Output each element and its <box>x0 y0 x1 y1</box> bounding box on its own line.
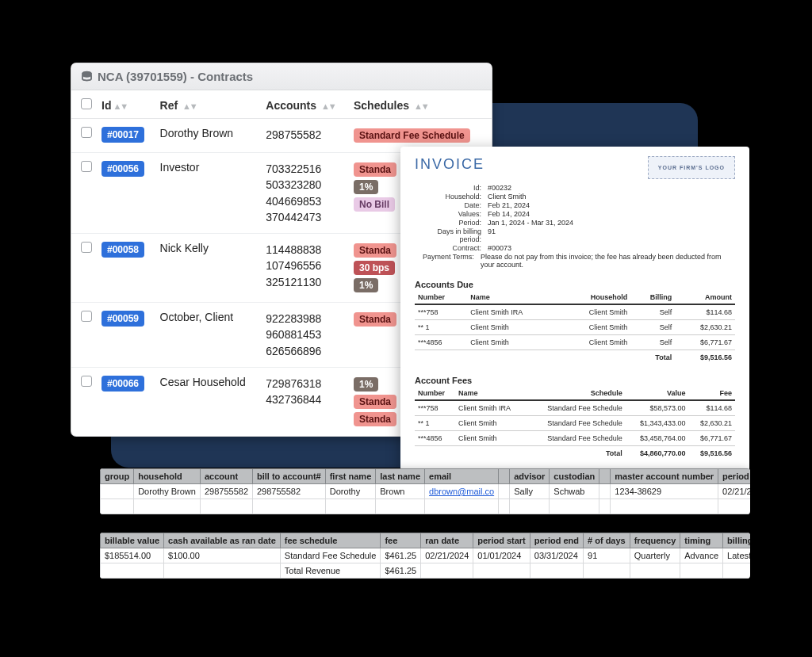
schedule-tag[interactable]: 1% <box>354 180 378 194</box>
cell[interactable]: 02/21/2024 <box>718 484 750 499</box>
cell[interactable]: Advance <box>680 548 723 563</box>
cell[interactable] <box>718 499 750 514</box>
column-header[interactable]: period value date <box>718 469 750 484</box>
cell[interactable] <box>101 563 164 579</box>
column-header[interactable]: cash available as ran date <box>164 533 281 548</box>
cell[interactable] <box>530 563 583 579</box>
cell[interactable]: 298755582 <box>253 484 326 499</box>
cell[interactable]: $461.25 <box>381 548 421 563</box>
cell[interactable]: 1234-38629 <box>611 484 718 499</box>
cell[interactable] <box>253 499 326 514</box>
column-header[interactable]: email <box>425 469 499 484</box>
table-row[interactable] <box>101 499 751 514</box>
id-cell[interactable]: #00058 <box>97 234 155 303</box>
cell[interactable]: Quarterly <box>630 548 680 563</box>
table-row[interactable]: Total Revenue$461.25 <box>101 563 751 579</box>
column-header[interactable]: group <box>101 469 134 484</box>
cell[interactable] <box>550 499 599 514</box>
cell[interactable] <box>164 563 281 579</box>
cell[interactable]: 298755582 <box>200 484 252 499</box>
cell[interactable] <box>134 499 201 514</box>
cell[interactable]: Brown <box>376 484 425 499</box>
cell[interactable] <box>200 499 252 514</box>
cell[interactable] <box>680 563 723 579</box>
column-header[interactable]: bill to account# <box>253 469 326 484</box>
cell[interactable]: Standard Fee Schedule <box>280 548 381 563</box>
schedule-tag[interactable]: Standa <box>354 162 396 177</box>
cell[interactable] <box>425 499 499 514</box>
cell[interactable]: dbrown@mail.co <box>425 484 499 499</box>
column-header[interactable]: fee <box>381 533 421 548</box>
cell[interactable] <box>421 563 473 579</box>
schedule-tag[interactable]: Standa <box>354 395 396 409</box>
column-header[interactable]: household <box>134 469 201 484</box>
cell[interactable]: Dorothy Brown <box>134 484 201 499</box>
column-header[interactable] <box>499 469 510 484</box>
cell[interactable]: Latest <box>723 548 750 563</box>
row-checkbox[interactable] <box>71 119 97 153</box>
cell[interactable] <box>499 484 510 499</box>
cell[interactable]: 91 <box>584 548 630 563</box>
cell[interactable]: Dorothy <box>325 484 376 499</box>
id-cell[interactable]: #00059 <box>97 303 155 368</box>
table-row[interactable]: $185514.00$100.00Standard Fee Schedule$4… <box>101 548 751 563</box>
schedule-tag[interactable]: 30 bps <box>354 261 395 275</box>
col-ref[interactable]: Ref ▲▼ <box>155 90 262 119</box>
column-header[interactable]: last name <box>376 469 425 484</box>
column-header[interactable]: master account number <box>611 469 718 484</box>
cell[interactable] <box>599 484 611 499</box>
cell[interactable] <box>101 484 134 499</box>
cell[interactable] <box>584 563 630 579</box>
col-schedules[interactable]: Schedules ▲▼ <box>349 90 492 119</box>
cell[interactable]: 03/31/2024 <box>530 548 583 563</box>
column-header[interactable]: # of days <box>584 533 630 548</box>
cell[interactable]: Schwab <box>550 484 599 499</box>
cell[interactable]: 02/21/2024 <box>421 548 473 563</box>
col-id[interactable]: Id▲▼ <box>97 90 155 119</box>
column-header[interactable]: advisor <box>510 469 550 484</box>
cell[interactable] <box>723 563 750 579</box>
column-header[interactable]: period end <box>530 533 583 548</box>
column-header[interactable]: billable value <box>101 533 164 548</box>
select-all-col[interactable] <box>71 90 97 119</box>
cell[interactable] <box>101 499 134 514</box>
column-header[interactable]: account <box>200 469 252 484</box>
schedule-tag[interactable]: Standa <box>354 243 396 258</box>
col-accounts[interactable]: Accounts ▲▼ <box>261 90 349 119</box>
schedule-tag[interactable]: 1% <box>354 278 378 292</box>
cell[interactable]: 01/01/2024 <box>473 548 530 563</box>
cell[interactable]: $461.25 <box>381 563 421 579</box>
id-cell[interactable]: #00066 <box>97 368 155 437</box>
row-checkbox[interactable] <box>71 234 97 303</box>
table-row[interactable]: Dorothy Brown298755582298755582DorothyBr… <box>101 484 751 499</box>
row-checkbox[interactable] <box>71 303 97 368</box>
column-header[interactable]: billing value <box>723 533 750 548</box>
row-checkbox[interactable] <box>71 368 97 437</box>
cell[interactable] <box>611 499 718 514</box>
cell[interactable]: Sally <box>510 484 550 499</box>
cell[interactable] <box>510 499 550 514</box>
schedule-tag[interactable]: Standard Fee Schedule <box>354 128 470 143</box>
column-header[interactable]: fee schedule <box>280 533 381 548</box>
schedule-tag[interactable]: 1% <box>354 377 378 392</box>
column-header[interactable]: first name <box>325 469 376 484</box>
schedule-tag[interactable]: Standa <box>354 412 396 426</box>
cell[interactable] <box>630 563 680 579</box>
column-header[interactable]: frequency <box>630 533 680 548</box>
id-cell[interactable]: #00017 <box>97 119 155 153</box>
email-link[interactable]: dbrown@mail.co <box>429 487 494 496</box>
row-checkbox[interactable] <box>71 153 97 234</box>
schedule-tag[interactable]: No Bill <box>354 197 395 212</box>
column-header[interactable]: ran date <box>421 533 473 548</box>
column-header[interactable]: timing <box>680 533 723 548</box>
schedule-tag[interactable]: Standa <box>354 312 396 327</box>
column-header[interactable] <box>599 469 611 484</box>
cell[interactable] <box>376 499 425 514</box>
cell[interactable]: $185514.00 <box>101 548 164 563</box>
cell[interactable] <box>325 499 376 514</box>
cell[interactable] <box>599 499 611 514</box>
cell[interactable]: Total Revenue <box>280 563 381 579</box>
cell[interactable]: $100.00 <box>164 548 281 563</box>
column-header[interactable]: custodian <box>550 469 599 484</box>
cell[interactable] <box>499 499 510 514</box>
